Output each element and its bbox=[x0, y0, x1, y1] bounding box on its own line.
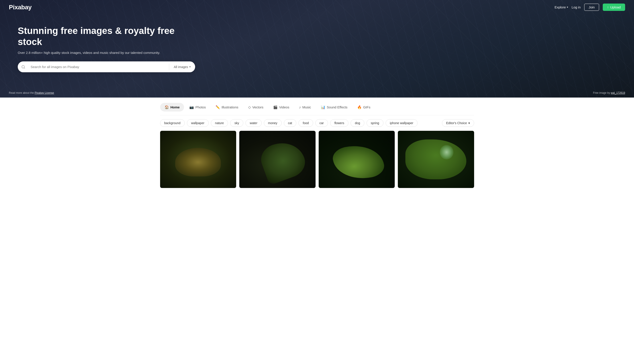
tag-flowers[interactable]: flowers bbox=[330, 119, 348, 127]
join-button[interactable]: Join bbox=[584, 4, 599, 11]
tab-photos[interactable]: 📷 Photos bbox=[185, 103, 210, 112]
tab-gifs[interactable]: 🔥 GIFs bbox=[353, 103, 375, 112]
license-notice: Read more about the Pixabay License bbox=[9, 91, 54, 94]
image-card-2[interactable] bbox=[239, 131, 316, 188]
image-grid bbox=[160, 131, 474, 197]
main-content: 🏠 Home 📷 Photos ✏️ Illustrations ◇ Vecto… bbox=[156, 98, 478, 197]
credit-link[interactable]: wal_172619 bbox=[611, 91, 625, 94]
tab-music[interactable]: ♪ Music bbox=[294, 103, 315, 112]
image-card-1[interactable] bbox=[160, 131, 236, 188]
hero-content: Stunning free images & royalty free stoc… bbox=[18, 25, 195, 72]
hero-section: Pixabay Explore Log in Join ↑ Upload Stu… bbox=[0, 0, 634, 98]
upload-button[interactable]: ↑ Upload bbox=[603, 4, 625, 11]
tags-row: background wallpaper nature sky water mo… bbox=[160, 115, 474, 131]
tab-videos[interactable]: 🎬 Videos bbox=[269, 103, 294, 112]
tag-money[interactable]: money bbox=[264, 119, 282, 127]
hero-subtitle: Over 2.8 million+ high quality stock ima… bbox=[18, 50, 195, 56]
tab-home[interactable]: 🏠 Home bbox=[160, 103, 184, 112]
tag-sky[interactable]: sky bbox=[230, 119, 243, 127]
tag-food[interactable]: food bbox=[298, 119, 313, 127]
image-thumbnail-4 bbox=[398, 131, 474, 188]
login-button[interactable]: Log in bbox=[572, 5, 581, 9]
svg-line-1 bbox=[24, 68, 24, 68]
pencil-icon: ✏️ bbox=[216, 105, 220, 109]
search-input[interactable] bbox=[29, 62, 169, 72]
license-link[interactable]: Pixabay License bbox=[34, 91, 54, 94]
sound-icon: 📊 bbox=[321, 105, 325, 109]
video-icon: 🎬 bbox=[273, 105, 278, 109]
tag-cat[interactable]: cat bbox=[284, 119, 296, 127]
editors-choice-button[interactable]: Editor's Choice ▾ bbox=[442, 119, 474, 127]
image-thumbnail-2 bbox=[239, 131, 316, 188]
site-logo: Pixabay bbox=[9, 4, 32, 11]
tab-vectors[interactable]: ◇ Vectors bbox=[244, 103, 268, 112]
explore-button[interactable]: Explore bbox=[554, 5, 568, 9]
image-credit: Free image by wal_172619 bbox=[593, 91, 625, 94]
tab-sound-effects[interactable]: 📊 Sound Effects bbox=[316, 103, 352, 112]
tag-iphone-wallpaper[interactable]: iphone wallpaper bbox=[386, 119, 418, 127]
vector-icon: ◇ bbox=[248, 105, 251, 109]
camera-icon: 📷 bbox=[190, 105, 194, 109]
hero-title: Stunning free images & royalty free stoc… bbox=[18, 25, 195, 48]
music-icon: ♪ bbox=[299, 105, 301, 109]
tag-spring[interactable]: spring bbox=[366, 119, 384, 127]
image-thumbnail-3 bbox=[319, 131, 395, 188]
content-tabs: 🏠 Home 📷 Photos ✏️ Illustrations ◇ Vecto… bbox=[160, 98, 474, 115]
chevron-down-icon: ▾ bbox=[468, 121, 470, 125]
tag-car[interactable]: car bbox=[315, 119, 328, 127]
tab-illustrations[interactable]: ✏️ Illustrations bbox=[211, 103, 243, 112]
tag-background[interactable]: background bbox=[160, 119, 185, 127]
tag-nature[interactable]: nature bbox=[211, 119, 228, 127]
search-type-selector[interactable]: All images bbox=[169, 65, 195, 69]
home-icon: 🏠 bbox=[164, 105, 169, 109]
tag-dog[interactable]: dog bbox=[350, 119, 364, 127]
search-bar: All images bbox=[18, 62, 195, 72]
image-card-3[interactable] bbox=[319, 131, 395, 188]
tag-water[interactable]: water bbox=[246, 119, 262, 127]
gif-icon: 🔥 bbox=[357, 105, 362, 109]
nav-actions: Explore Log in Join ↑ Upload bbox=[554, 4, 625, 11]
search-icon bbox=[18, 65, 29, 69]
tag-wallpaper[interactable]: wallpaper bbox=[187, 119, 209, 127]
navigation: Pixabay Explore Log in Join ↑ Upload bbox=[0, 0, 634, 14]
image-card-4[interactable] bbox=[398, 131, 474, 188]
hero-footer: Read more about the Pixabay License Free… bbox=[0, 91, 634, 94]
upload-icon: ↑ bbox=[607, 5, 609, 9]
image-thumbnail-1 bbox=[160, 131, 236, 188]
